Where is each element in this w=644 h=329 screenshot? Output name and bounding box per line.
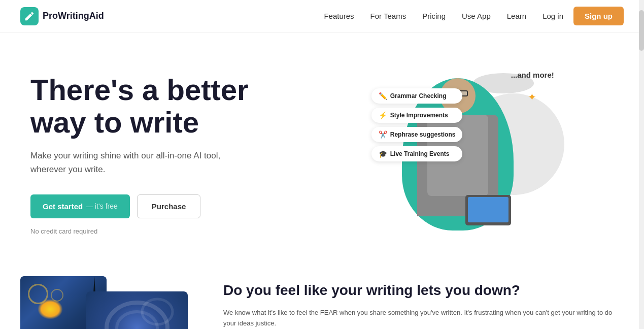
nav-for-teams[interactable]: For Teams [370,12,406,20]
nav-use-app[interactable]: Use App [462,12,491,20]
hero-buttons: Get started — it's free Purchase [30,194,322,218]
swirl-bg [86,291,188,329]
bottom-text: We know what it's like to feel the FEAR … [223,308,614,329]
rephrase-icon: ✂️ [379,130,387,139]
swirl-svg [86,291,188,329]
hero-left: There's a better way to write Make your … [30,74,322,235]
logo-svg [24,11,35,22]
nav-features[interactable]: Features [324,12,354,20]
feature-pills: ✏️ Grammar Checking ⚡ Style Improvements… [371,88,463,161]
pill-grammar: ✏️ Grammar Checking [371,88,463,104]
pill-style: ⚡ Style Improvements [371,108,463,123]
training-icon: 🎓 [379,150,387,158]
hero-illustration: ...and more! ✦ ✏️ Grammar Checking ⚡ Sty… [322,63,614,246]
style-icon: ⚡ [379,111,387,119]
grammar-icon: ✏️ [379,92,387,100]
pill-rephrase: ✂️ Rephrase suggestions [371,127,463,142]
signup-button[interactable]: Sign up [573,7,624,25]
bottom-illustration: My idea in my head [20,276,193,329]
navbar: ProWritingAid Features For Teams Pricing… [0,0,644,32]
logo-link[interactable]: ProWritingAid [20,7,104,25]
scrollbar-thumb[interactable] [639,10,644,51]
hero-title: There's a better way to write [30,74,322,139]
pill-training: 🎓 Live Training Events [371,146,463,161]
and-more-label: ...and more! [511,71,554,79]
spark-icon: ✦ [528,91,536,103]
bottom-right: Do you feel like your writing lets you d… [223,276,614,329]
logo-text: ProWritingAid [43,11,104,21]
login-button[interactable]: Log in [543,12,563,20]
svg-point-1 [117,312,157,329]
logo-icon [20,7,39,25]
nav-pricing[interactable]: Pricing [422,12,446,20]
art-card-front [86,291,188,329]
nav-cta: Log in Sign up [543,7,624,25]
bottom-title: Do you feel like your writing lets you d… [223,281,614,300]
artwork-stack: My idea in my head [20,276,193,329]
purchase-button[interactable]: Purchase [137,194,201,218]
svg-point-2 [142,299,173,324]
nav-learn[interactable]: Learn [507,12,526,20]
bottom-section: My idea in my head Do you feel like your… [0,266,644,329]
hero-subtitle: Make your writing shine with our all-in-… [30,149,223,176]
hero-section: There's a better way to write Make your … [0,32,644,266]
nav-links: Features For Teams Pricing Use App Learn [324,12,526,21]
scrollbar[interactable] [639,0,644,329]
no-credit-text: No credit card required [30,227,322,235]
get-started-button[interactable]: Get started — it's free [30,194,130,218]
